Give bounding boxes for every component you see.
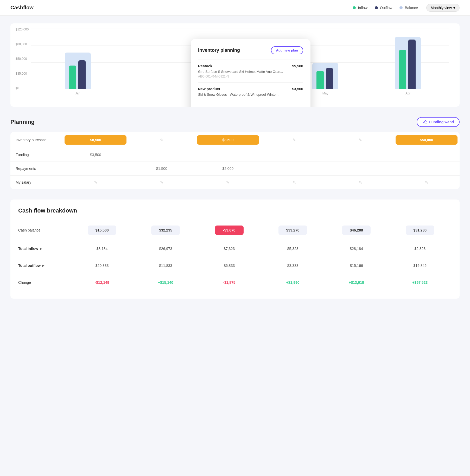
expand-inflow-icon[interactable]: ▶	[40, 247, 42, 250]
planning-row-funding: Funding $3,500	[10, 148, 460, 162]
cash-balance-4: $33,270	[278, 226, 307, 235]
popup-card: Inventory planning Add new plan Restock …	[191, 39, 310, 107]
inflow-1: $8,184	[97, 247, 108, 251]
chart-col-apr: Apr	[395, 37, 421, 95]
breakdown-row-total-inflow: Total inflow ▶ $8,184 $26,973 $7,323 $5,…	[18, 240, 452, 257]
popup-item: New product $3,500 Ski & Snow Gloves - W…	[198, 102, 303, 107]
repayments-value-3: $2,000	[222, 166, 233, 171]
breakdown-label: Total inflow ▶	[18, 243, 70, 254]
breakdown-cell: $46,288	[325, 223, 388, 237]
inventory-cell-btn-6[interactable]: $50,000	[396, 135, 458, 145]
breakdown-cell: -31,875	[198, 278, 261, 287]
planning-cell[interactable]: ✎	[62, 177, 129, 188]
planning-cell[interactable]: ✎	[327, 177, 393, 188]
popup-header: Inventory planning Add new plan	[198, 46, 303, 54]
change-4: +$1,990	[286, 280, 300, 285]
edit-icon[interactable]: ✎	[293, 180, 296, 185]
popup-item-name: Giro Surface S Snowboard Ski Helmet Matt…	[198, 70, 303, 74]
outflow-1: $20,333	[96, 263, 109, 268]
edit-icon[interactable]: ✎	[226, 180, 230, 185]
edit-icon[interactable]: ✎	[160, 180, 163, 185]
change-6: +$67,523	[412, 280, 428, 285]
inflow-dot	[353, 6, 356, 9]
breakdown-cell: $8,184	[70, 244, 134, 253]
inflow-6: $2,323	[414, 247, 425, 251]
planning-cell	[195, 152, 261, 158]
legend-inflow-label: Inflow	[358, 6, 367, 10]
breakdown-cell: +$13,018	[325, 278, 388, 287]
planning-cell[interactable]: ✎	[129, 134, 195, 146]
breakdown-label: Total outflow ▶	[18, 260, 70, 271]
edit-icon[interactable]: ✎	[94, 180, 97, 185]
breakdown-cell: $15,166	[325, 261, 388, 270]
planning-cell	[393, 165, 460, 172]
cashflow-chart: $120,000 $80,000 $50,000 $35,000 $0 ⚠	[10, 23, 460, 107]
planning-cell	[327, 152, 393, 158]
planning-cell[interactable]: $50,000	[393, 132, 460, 148]
planning-cell[interactable]: ✎	[129, 177, 195, 188]
breakdown-row-total-outflow: Total outflow ▶ $20,333 $11,833 $6,833 $…	[18, 257, 452, 274]
breakdown-cell: +$15,140	[134, 278, 197, 287]
popup-item-amount: $3,500	[292, 87, 303, 91]
edit-icon[interactable]: ✎	[359, 180, 362, 185]
breakdown-cell: $15,500	[70, 223, 134, 237]
legend-inflow: Inflow	[353, 6, 367, 10]
outflow-6: $19,846	[414, 263, 427, 268]
breakdown-cell: $20,333	[70, 261, 134, 270]
breakdown-cell: +$1,990	[261, 278, 325, 287]
planning-cell: $1,500	[129, 163, 195, 174]
outflow-2: $11,833	[159, 263, 172, 268]
breakdown-cell: $19,846	[388, 261, 452, 270]
popup-item-type: New product	[198, 106, 220, 107]
y-label-35k: $35,000	[16, 72, 29, 75]
inventory-cell-btn-3[interactable]: $8,500	[197, 135, 259, 145]
cashflow-breakdown-section: Cash flow breakdown Cash balance $15,500…	[10, 200, 460, 299]
popup-item-name: Ski & Snow Gloves - Waterproof & Windpro…	[198, 93, 303, 97]
monthly-view-button[interactable]: Monthly view ▾	[426, 4, 460, 12]
planning-cell[interactable]: $8,500	[62, 132, 129, 148]
breakdown-cell: $11,833	[134, 261, 197, 270]
planning-cell	[62, 165, 129, 172]
add-new-plan-button[interactable]: Add new plan	[271, 46, 303, 54]
app-title: Cashflow	[10, 5, 34, 11]
funding-value-1: $3,500	[90, 153, 101, 157]
chart-label-apr: Apr	[405, 92, 410, 95]
popup-item-amount: $5,500	[292, 64, 303, 68]
planning-cell[interactable]: ✎	[393, 177, 460, 188]
edit-icon[interactable]: ✎	[160, 138, 163, 143]
planning-cell[interactable]: ✎	[327, 134, 393, 146]
legend-outflow-label: Outflow	[380, 6, 392, 10]
breakdown-cell: $31,280	[388, 223, 452, 237]
outflow-4: $3,333	[287, 263, 298, 268]
planning-grid: Inventory purchase $8,500 ✎ $8,500 ✎ ✎ $…	[10, 132, 460, 189]
legend-balance-label: Balance	[405, 6, 418, 10]
breakdown-cell: -$3,670	[198, 223, 261, 237]
planning-row-inventory: Inventory purchase $8,500 ✎ $8,500 ✎ ✎ $…	[10, 132, 460, 148]
planning-cell[interactable]: ✎	[261, 177, 327, 188]
planning-row-label: Funding	[10, 148, 62, 162]
cash-balance-6: $31,280	[406, 226, 434, 235]
breakdown-cell: $2,323	[388, 244, 452, 253]
planning-cell	[261, 165, 327, 172]
planning-cell[interactable]: ✎	[195, 177, 261, 188]
expand-outflow-icon[interactable]: ▶	[42, 264, 44, 267]
funding-wand-button[interactable]: Funding wand	[417, 117, 460, 127]
main-content: $120,000 $80,000 $50,000 $35,000 $0 ⚠	[0, 16, 470, 306]
popup-title: Inventory planning	[198, 48, 240, 53]
breakdown-cell: $26,973	[134, 244, 197, 253]
edit-icon[interactable]: ✎	[293, 138, 296, 143]
inflow-3: $7,323	[224, 247, 235, 251]
edit-icon[interactable]: ✎	[425, 180, 428, 185]
change-3: -31,875	[223, 280, 235, 285]
y-label-0: $0	[16, 86, 29, 90]
planning-cell[interactable]: $8,500	[195, 132, 261, 148]
edit-icon[interactable]: ✎	[359, 138, 362, 143]
inventory-cell-btn-1[interactable]: $8,500	[65, 135, 126, 145]
cash-balance-2: $32,235	[151, 226, 180, 235]
popup-item-type: New product	[198, 87, 220, 91]
breakdown-cell: $32,235	[134, 223, 197, 237]
outflow-dot	[375, 6, 378, 9]
planning-cell[interactable]: ✎	[261, 134, 327, 146]
planning-title: Planning	[10, 119, 35, 125]
chart-col-may: May	[312, 63, 338, 95]
